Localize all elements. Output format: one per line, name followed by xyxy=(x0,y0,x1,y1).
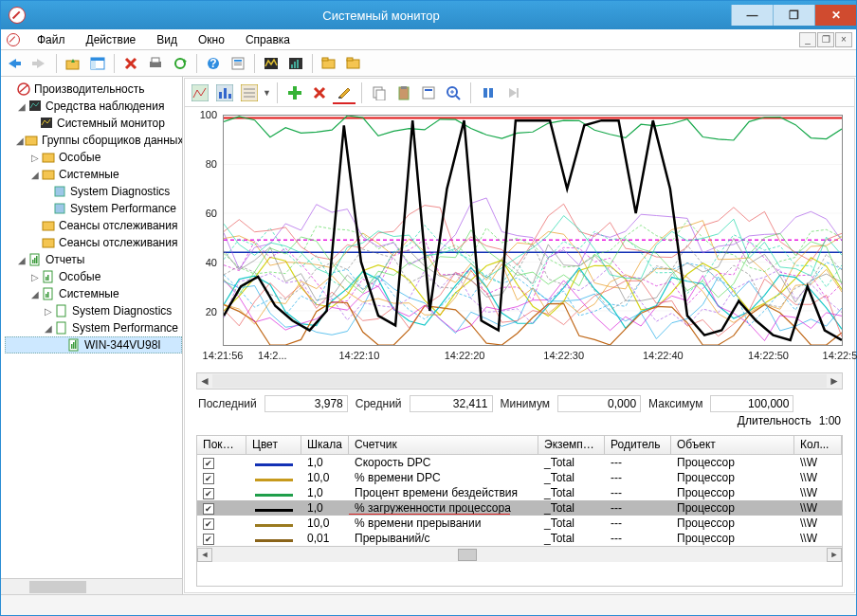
chart-plot[interactable] xyxy=(223,115,843,346)
tree-host[interactable]: WIN-344VU98I xyxy=(5,336,182,353)
close-button[interactable]: ✕ xyxy=(814,5,856,26)
folder-icon-2[interactable] xyxy=(343,53,364,74)
view-histogram-icon[interactable] xyxy=(213,82,236,104)
svg-marker-2 xyxy=(37,59,45,68)
svg-point-11 xyxy=(175,59,185,68)
scroll-right-icon[interactable]: ► xyxy=(827,374,842,388)
help-icon[interactable]: ? xyxy=(203,53,224,74)
show-checkbox[interactable]: ✔ xyxy=(203,473,214,484)
col-instance[interactable]: Экземпл... xyxy=(538,436,605,454)
tree-sys-perf[interactable]: System Performance xyxy=(5,200,182,217)
parent-cell: --- xyxy=(605,516,671,530)
titlebar[interactable]: Системный монитор — ❐ ✕ xyxy=(1,1,856,29)
freeze-icon[interactable] xyxy=(477,82,500,104)
tree-hscrollbar[interactable] xyxy=(1,578,182,594)
chart-hscrollbar[interactable]: ◄ ► xyxy=(196,372,843,390)
report-icon[interactable] xyxy=(285,53,306,74)
col-scale[interactable]: Шкала xyxy=(301,436,349,454)
tree-label: WIN-344VU98I xyxy=(84,338,161,352)
perfmon-icon[interactable] xyxy=(261,53,282,74)
col-computer[interactable]: Кол... xyxy=(794,436,842,454)
table-scroll-right[interactable]: ► xyxy=(827,548,842,562)
menu-view[interactable]: Вид xyxy=(147,31,187,48)
menu-file[interactable]: Файл xyxy=(27,31,75,48)
table-row[interactable]: ✔1,0Процент времени бездействия_Total---… xyxy=(197,485,842,500)
col-parent[interactable]: Родитель xyxy=(605,436,671,454)
show-checkbox[interactable]: ✔ xyxy=(203,503,214,515)
table-row[interactable]: ✔10,0% времени прерывании_Total---Процес… xyxy=(197,516,842,531)
svg-rect-35 xyxy=(55,187,64,196)
paste-icon[interactable] xyxy=(392,82,415,104)
properties-icon[interactable] xyxy=(228,53,248,74)
scroll-left-icon[interactable]: ◄ xyxy=(197,374,212,388)
forward-button[interactable] xyxy=(29,53,50,74)
mdi-restore-button[interactable]: ❐ xyxy=(817,32,834,47)
col-object[interactable]: Объект xyxy=(671,436,794,454)
delete-icon[interactable] xyxy=(120,53,141,74)
remove-counter-icon[interactable] xyxy=(308,82,331,104)
tree-reports[interactable]: ◢Отчеты xyxy=(5,251,182,268)
table-row[interactable]: ✔1,0Скорость DPC_Total---Процессор\\W xyxy=(197,455,842,470)
print-icon[interactable] xyxy=(145,53,166,74)
view-line-icon[interactable] xyxy=(189,82,211,104)
tree-rep-system[interactable]: ◢Системные xyxy=(5,285,182,302)
chart-area[interactable]: 20406080100 14:21:5614:2...14:22:1014:22… xyxy=(185,107,854,372)
show-checkbox[interactable]: ✔ xyxy=(203,518,214,530)
menu-action[interactable]: Действие xyxy=(77,31,146,48)
mdi-close-button[interactable]: × xyxy=(835,32,852,47)
svg-rect-36 xyxy=(55,204,64,213)
update-icon[interactable] xyxy=(501,82,524,104)
parent-cell: --- xyxy=(605,501,671,515)
object-cell: Процессор xyxy=(671,516,794,530)
table-scroll-left[interactable]: ◄ xyxy=(197,548,212,562)
navigation-tree[interactable]: Производительность ◢Средства наблюдения … xyxy=(1,77,183,594)
show-checkbox[interactable]: ✔ xyxy=(203,488,214,499)
tree-root[interactable]: Производительность xyxy=(5,81,182,98)
tree-user-defined[interactable]: ▷Особые xyxy=(5,149,182,166)
tree-system-dcs[interactable]: ◢Системные xyxy=(5,166,182,183)
highlight-icon[interactable] xyxy=(333,82,356,104)
properties-button-icon[interactable] xyxy=(417,82,440,104)
col-color[interactable]: Цвет xyxy=(246,436,301,454)
app-window: Системный монитор — ❐ ✕ Файл Действие Ви… xyxy=(0,0,857,616)
tree-rep-sys-perf[interactable]: ◢System Performance xyxy=(5,319,182,336)
table-row[interactable]: ✔1,0% загруженности процессора_Total---П… xyxy=(197,500,842,516)
tree-sys-diag[interactable]: System Diagnostics xyxy=(5,183,182,200)
svg-text:?: ? xyxy=(210,57,216,70)
scale-cell: 1,0 xyxy=(301,456,349,469)
refresh-icon[interactable] xyxy=(170,53,191,74)
add-counter-icon[interactable] xyxy=(283,82,306,104)
tree-label: Сеансы отслеживания xyxy=(59,236,177,249)
tree-monitoring-tools[interactable]: ◢Средства наблюдения xyxy=(5,98,182,115)
object-cell: Процессор xyxy=(671,456,794,469)
table-hscrollbar[interactable]: ◄ ► xyxy=(197,546,842,562)
col-counter[interactable]: Счетчик xyxy=(349,436,538,454)
folder-icon-1[interactable] xyxy=(319,53,339,74)
view-report-icon[interactable] xyxy=(238,82,261,104)
counter-table[interactable]: Показ... Цвет Шкала Счетчик Экземпл... Р… xyxy=(196,435,843,587)
tree-rep-user[interactable]: ▷Особые xyxy=(5,268,182,285)
show-hide-tree-icon[interactable] xyxy=(87,53,108,74)
back-button[interactable] xyxy=(5,53,26,74)
maximize-button[interactable]: ❐ xyxy=(773,5,814,26)
zoom-icon[interactable] xyxy=(442,82,465,104)
tree-event-trace-1[interactable]: Сеансы отслеживания xyxy=(5,217,182,234)
svg-rect-8 xyxy=(91,61,96,69)
tree-rep-sys-diag[interactable]: ▷System Diagnostics xyxy=(5,302,182,319)
tree-system-monitor[interactable]: Системный монитор xyxy=(5,115,182,132)
tree-event-trace-2[interactable]: Сеансы отслеживания xyxy=(5,234,182,251)
window-title: Системный монитор xyxy=(31,9,731,23)
col-show[interactable]: Показ... xyxy=(197,436,246,454)
menu-window[interactable]: Окно xyxy=(189,31,234,48)
copy-icon[interactable] xyxy=(368,82,391,104)
show-checkbox[interactable]: ✔ xyxy=(203,458,214,469)
minimize-button[interactable]: — xyxy=(731,5,773,26)
tree-data-collector-sets[interactable]: ◢Группы сборщиков данных xyxy=(5,132,182,149)
folder-up-icon[interactable] xyxy=(63,53,83,74)
table-row[interactable]: ✔0,01Прерываний/с_Total---Процессор\\W xyxy=(197,531,842,546)
menu-help[interactable]: Справка xyxy=(236,31,300,48)
mdi-minimize-button[interactable]: _ xyxy=(799,32,816,47)
table-row[interactable]: ✔10,0% времени DPC_Total---Процессор\\W xyxy=(197,470,842,485)
show-checkbox[interactable]: ✔ xyxy=(203,534,214,545)
computer-cell: \\W xyxy=(794,471,842,484)
